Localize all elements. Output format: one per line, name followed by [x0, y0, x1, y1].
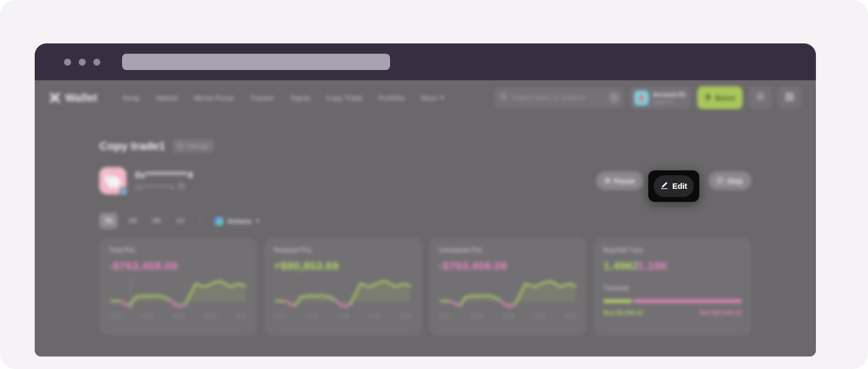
x-tick-label: 11/10 [533, 313, 546, 319]
time-range-group: 7D1M3MAll [99, 213, 195, 229]
account-switcher[interactable]: Account 01 Wallet 01 [630, 86, 692, 109]
x-tick-label: 11/10 [368, 313, 381, 319]
nav-item-tracker[interactable]: Tracker [250, 94, 274, 102]
app-header: Wallet SwapMarketMeme PumpTrackerSignalC… [35, 80, 816, 115]
nav-item-meme-pump[interactable]: Meme Pump [194, 94, 234, 102]
boost-button[interactable]: Boost [697, 86, 743, 109]
main-nav: SwapMarketMeme PumpTrackerSignalCopy Tra… [122, 94, 444, 102]
x-tick-label: 11/09 [172, 313, 184, 319]
x-tick-label: 11/08 [141, 313, 153, 319]
trader-address: 0x***********4 [135, 170, 193, 181]
age-badge-text: 44d ago [187, 143, 209, 149]
turnover-sell-segment [634, 300, 742, 303]
brand-name: Wallet [65, 92, 97, 104]
nav-item-signal[interactable]: Signal [290, 94, 310, 102]
nav-item-swap[interactable]: Swap [122, 94, 140, 102]
buy-txns-value: 1.49K [603, 259, 634, 272]
chain-label: Solana [227, 217, 251, 225]
card-value: +$90,853.69 [274, 259, 412, 272]
account-name: Account 01 [653, 91, 685, 98]
copy-icon[interactable] [178, 183, 185, 192]
card-total-pnl: Total PnL -$763,458.09 11/0711/0811/0911… [99, 238, 257, 336]
range-button-1m[interactable]: 1M [123, 213, 142, 229]
x-tick-label: 11/08 [305, 313, 318, 319]
x-tick-label: 11/11 [400, 313, 412, 319]
card-buy-sell-txns: Buy/Sell Txns 1.49K/1.18K Turnover Buy $… [593, 238, 751, 336]
nav-item-copy-trade[interactable]: Copy Trade [326, 94, 362, 102]
page-content: Copy trade1 44d ago [35, 139, 816, 336]
pause-button[interactable]: Pause [596, 171, 643, 190]
card-label: Realized PnL [274, 246, 412, 254]
calendar-icon [177, 143, 183, 150]
edit-button-label: Edit [672, 182, 687, 190]
turnover-bar [603, 300, 742, 303]
card-value: -$763,458.09 [109, 259, 247, 272]
window-control-dot[interactable] [64, 59, 71, 66]
card-value: -$763,458.09 [439, 259, 577, 272]
blurred-app-content: Wallet SwapMarketMeme PumpTrackerSignalC… [35, 80, 816, 357]
search-placeholder: Search token or address [512, 94, 605, 101]
nav-item-market[interactable]: Market [156, 94, 178, 102]
brand[interactable]: Wallet [49, 92, 97, 104]
nav-item-portfolio[interactable]: Portfolio [379, 94, 405, 102]
search-input[interactable]: Search token or address / [494, 87, 624, 108]
trader-avatar [99, 167, 126, 194]
edit-button-spotlight: Edit [648, 170, 699, 202]
x-tick-label: 11/08 [470, 313, 483, 319]
desktop-background: Wallet SwapMarketMeme PumpTrackerSignalC… [0, 0, 868, 369]
chevron-down-icon [256, 220, 260, 222]
range-button-3m[interactable]: 3M [147, 213, 165, 229]
chart-x-axis: 11/0711/0811/0911/1011/11 [274, 313, 412, 319]
turnover-sell-amount: Sell $23,344.12 [699, 309, 742, 316]
x-tick-label: 11/09 [337, 313, 349, 319]
trader-address-block: 0x***********4 0x**********4 [135, 170, 193, 192]
pause-icon [605, 177, 610, 185]
page-title: Copy trade1 [99, 139, 165, 152]
age-badge: 44d ago [173, 139, 214, 153]
search-shortcut-key: / [609, 93, 619, 103]
filter-row: 7D1M3MAll Solana [99, 213, 751, 229]
range-button-7d[interactable]: 7D [99, 213, 118, 229]
browser-window: Wallet SwapMarketMeme PumpTrackerSignalC… [35, 43, 816, 357]
x-tick-label: 11/09 [502, 313, 514, 319]
sell-txns-value: 1.18K [637, 259, 668, 272]
edit-button[interactable]: Edit [654, 175, 694, 197]
turnover-buy-amount: Buy $3,344.12 [603, 309, 643, 316]
range-button-all[interactable]: All [171, 213, 189, 229]
apps-grid-button[interactable] [777, 86, 801, 109]
chain-badge-icon [119, 187, 128, 196]
browser-titlebar [35, 43, 816, 80]
window-controls [64, 59, 100, 66]
stop-button[interactable]: Stop [709, 171, 751, 190]
chart-x-axis: 11/0711/0811/0911/1011/11 [109, 313, 247, 319]
pnl-sparkline-chart [439, 277, 577, 311]
wallet-logo-icon [49, 92, 61, 104]
x-tick-label: 11/07 [274, 313, 286, 319]
url-bar[interactable] [122, 54, 390, 70]
card-label: Buy/Sell Txns [603, 246, 742, 254]
x-tick-label: 11/07 [109, 313, 122, 319]
notifications-button[interactable] [748, 86, 772, 109]
bell-icon [756, 92, 765, 103]
card-value: 1.49K/1.18K [603, 259, 742, 272]
divider [199, 217, 200, 225]
account-avatar [634, 91, 649, 105]
app-viewport: Wallet SwapMarketMeme PumpTrackerSignalC… [35, 80, 816, 357]
window-control-dot[interactable] [93, 59, 100, 66]
pnl-sparkline-chart [274, 277, 412, 311]
nav-item-more[interactable]: More [421, 94, 444, 102]
turnover-amounts: Buy $3,344.12 Sell $23,344.12 [603, 309, 742, 316]
card-label: Total PnL [109, 246, 247, 254]
trader-address-sub: 0x**********4 [135, 183, 174, 192]
header-right: Search token or address / Account 01 Wal… [494, 86, 801, 109]
window-control-dot[interactable] [79, 59, 86, 66]
account-subtitle: Wallet 01 [653, 99, 685, 105]
bolt-icon [705, 93, 712, 103]
chain-selector[interactable]: Solana [215, 217, 260, 225]
chart-x-axis: 11/0711/0811/0911/1011/11 [439, 313, 577, 319]
x-tick-label: 11/10 [203, 313, 216, 319]
stat-cards: Total PnL -$763,458.09 11/0711/0811/0911… [99, 238, 751, 336]
grid-icon [786, 93, 794, 103]
stop-icon [717, 177, 723, 185]
pencil-icon [660, 181, 668, 191]
